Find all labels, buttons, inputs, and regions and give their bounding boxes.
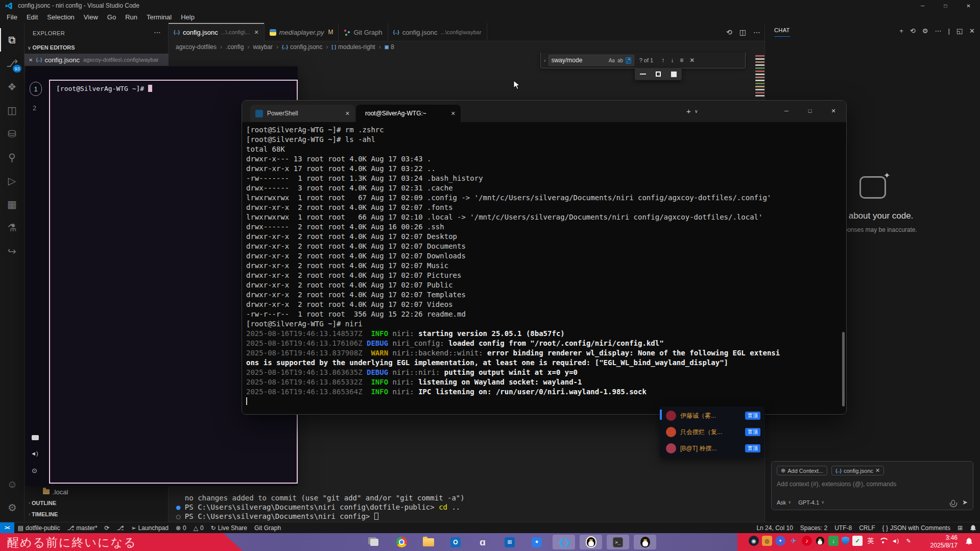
- taskbar-app-icon[interactable]: O: [444, 535, 467, 549]
- editor-tab[interactable]: {..} config.jsonc ...\.config\... ✕: [169, 23, 265, 41]
- close-icon[interactable]: ✕: [345, 110, 350, 117]
- menu-item[interactable]: Edit: [22, 13, 42, 21]
- chat-header-icon[interactable]: ⟲: [910, 27, 916, 35]
- integrated-terminal[interactable]: no changes added to commit (use "git add…: [176, 493, 758, 522]
- qq-message-popup[interactable]: 伊藤诚（雾... 置顶 只会摆烂（复... 置顶 [B@T] 柃摆... 置顶: [660, 406, 764, 458]
- editor-action-icon[interactable]: ⋯: [753, 28, 760, 36]
- tray-icon[interactable]: [842, 537, 849, 545]
- tray-icon[interactable]: ↓: [828, 536, 839, 546]
- tray-icon[interactable]: ◄): [890, 536, 900, 546]
- taskbar-app-icon[interactable]: [390, 535, 413, 549]
- activity-bar-icon[interactable]: ⚗: [0, 216, 25, 239]
- tray-icon[interactable]: 英: [866, 536, 876, 546]
- taskbar-app-icon[interactable]: ✦: [525, 535, 548, 549]
- status-bar-item[interactable]: ⎇ master*: [63, 524, 101, 532]
- minimize-icon[interactable]: [640, 74, 646, 75]
- close-icon[interactable]: ✕: [957, 0, 980, 11]
- chat-header-icon[interactable]: ✕: [969, 27, 975, 35]
- chat-header-icon[interactable]: +: [899, 27, 903, 35]
- current-file-chip[interactable]: {..}config.jsonc✕: [831, 466, 884, 475]
- remote-indicator[interactable]: ><: [0, 522, 14, 534]
- status-bar-item[interactable]: ▤ dotfile-public: [14, 524, 64, 532]
- status-bar-item[interactable]: ⊗ 0: [172, 524, 190, 532]
- status-bar-item[interactable]: ⎇: [113, 524, 128, 532]
- tray-icon[interactable]: ✈: [788, 536, 799, 546]
- taskbar-app-icon[interactable]: ❮❯: [553, 535, 575, 549]
- close-icon[interactable]: ✕: [29, 57, 33, 63]
- status-bar-item[interactable]: { } JSON with Comments: [879, 524, 954, 532]
- windows-terminal-window[interactable]: PowerShell ✕ root@SilverAg-WTG:~ ✕ + ∨ ─…: [242, 100, 847, 415]
- qq-message-row[interactable]: 伊藤诚（雾... 置顶: [660, 408, 764, 424]
- tab-chat[interactable]: CHAT: [774, 27, 790, 37]
- minimize-icon[interactable]: ─: [911, 0, 934, 11]
- previous-match-icon[interactable]: ↑: [661, 57, 664, 64]
- taskbar-app-icon[interactable]: [580, 535, 602, 549]
- close-icon[interactable]: ✕: [689, 57, 695, 64]
- activity-bar-icon[interactable]: ⚙: [0, 496, 25, 519]
- tray-icon[interactable]: ◉: [749, 536, 759, 546]
- collapse-icon[interactable]: ›: [544, 57, 546, 63]
- maximize-icon[interactable]: □: [798, 101, 822, 121]
- open-editors-section[interactable]: ∨OPEN EDITORS: [28, 44, 75, 51]
- terminal-tab[interactable]: PowerShell ✕: [250, 105, 355, 122]
- activity-bar-icon[interactable]: ❖: [0, 75, 25, 99]
- status-bar-item[interactable]: UTF-8: [831, 524, 855, 532]
- chat-header-icon[interactable]: |: [948, 27, 949, 35]
- activity-bar-icon[interactable]: ↪: [0, 239, 25, 263]
- microphone-icon[interactable]: [951, 500, 955, 505]
- activity-bar-icon[interactable]: ⎇ 93: [0, 52, 25, 75]
- qq-message-row[interactable]: [B@T] 柃摆... 置顶: [660, 440, 764, 457]
- restore-icon[interactable]: [656, 71, 661, 77]
- breadcrumb-item[interactable]: waybar: [244, 43, 273, 51]
- activity-bar-icon[interactable]: ▷: [0, 169, 25, 193]
- status-bar-item[interactable]: Spaces: 2: [797, 524, 831, 532]
- minimize-icon[interactable]: ─: [775, 101, 798, 121]
- status-bar-item[interactable]: ↻ Live Share: [207, 524, 251, 532]
- regex-toggle[interactable]: .*: [626, 57, 631, 64]
- notifications-bell-icon[interactable]: [966, 524, 980, 531]
- model-dropdown[interactable]: GPT-4.1∨: [798, 499, 824, 506]
- breadcrumb-item[interactable]: [ ] modules-right: [322, 43, 375, 51]
- breadcrumb-item[interactable]: .config: [217, 43, 244, 51]
- editor-tab[interactable]: {..} config.jsonc ...\config\waybar: [388, 23, 487, 41]
- close-icon[interactable]: ✕: [451, 110, 456, 117]
- editor-action-icon[interactable]: ◫: [739, 28, 746, 36]
- taskbar-app-icon[interactable]: >_: [607, 535, 629, 549]
- chat-header-icon[interactable]: ◱: [957, 27, 963, 35]
- next-match-icon[interactable]: ↓: [671, 57, 674, 64]
- status-bar-item[interactable]: ⟳: [101, 524, 113, 532]
- add-context-button[interactable]: ⊕Add Context...: [777, 466, 827, 475]
- more-actions-icon[interactable]: ⋯: [154, 28, 161, 36]
- editor-tab[interactable]: Git Graph: [339, 23, 388, 41]
- close-icon[interactable]: ✕: [822, 101, 845, 121]
- menu-item[interactable]: File: [2, 13, 22, 21]
- activity-bar-icon[interactable]: ☺: [0, 472, 25, 496]
- activity-bar-icon[interactable]: ⚲: [0, 146, 25, 169]
- tray-icon[interactable]: ◍: [762, 536, 772, 546]
- chat-input-placeholder[interactable]: Add context (#), extensions (@), command…: [777, 481, 968, 488]
- open-editor-item[interactable]: ✕ {..} config.jsonc agxcoy-dotfiles\.con…: [25, 54, 169, 66]
- tray-icon[interactable]: [816, 537, 824, 545]
- taskbar-app-icon[interactable]: ɑ: [471, 535, 494, 549]
- status-bar-item[interactable]: Git Graph: [251, 524, 284, 532]
- status-bar-item[interactable]: ⊞: [954, 524, 966, 532]
- editor-action-icon[interactable]: ⟲: [726, 28, 732, 36]
- tray-icon[interactable]: ♪: [802, 536, 812, 546]
- power-icon[interactable]: ⊙: [32, 467, 37, 474]
- tray-icon[interactable]: [32, 435, 39, 440]
- status-bar-item[interactable]: CRLF: [855, 524, 878, 532]
- scrollbar-thumb[interactable]: [842, 332, 845, 406]
- menu-item[interactable]: Run: [121, 13, 142, 21]
- maximize-icon[interactable]: □: [934, 0, 957, 11]
- menu-item[interactable]: Selection: [42, 13, 79, 21]
- match-case-toggle[interactable]: Aa: [609, 58, 615, 63]
- taskbar-app-icon[interactable]: [417, 535, 440, 549]
- menu-item[interactable]: Help: [176, 13, 199, 21]
- close-icon[interactable]: ✕: [875, 467, 880, 474]
- chat-input-box[interactable]: ⊕Add Context... {..}config.jsonc✕ Add co…: [771, 461, 973, 510]
- status-bar-item[interactable]: Ln 24, Col 10: [753, 524, 796, 532]
- maximize-icon[interactable]: [671, 71, 677, 77]
- menu-item[interactable]: View: [79, 13, 103, 21]
- tab-dropdown-icon[interactable]: ∨: [695, 109, 698, 114]
- terminal-titlebar[interactable]: PowerShell ✕ root@SilverAg-WTG:~ ✕ + ∨ ─…: [242, 101, 846, 122]
